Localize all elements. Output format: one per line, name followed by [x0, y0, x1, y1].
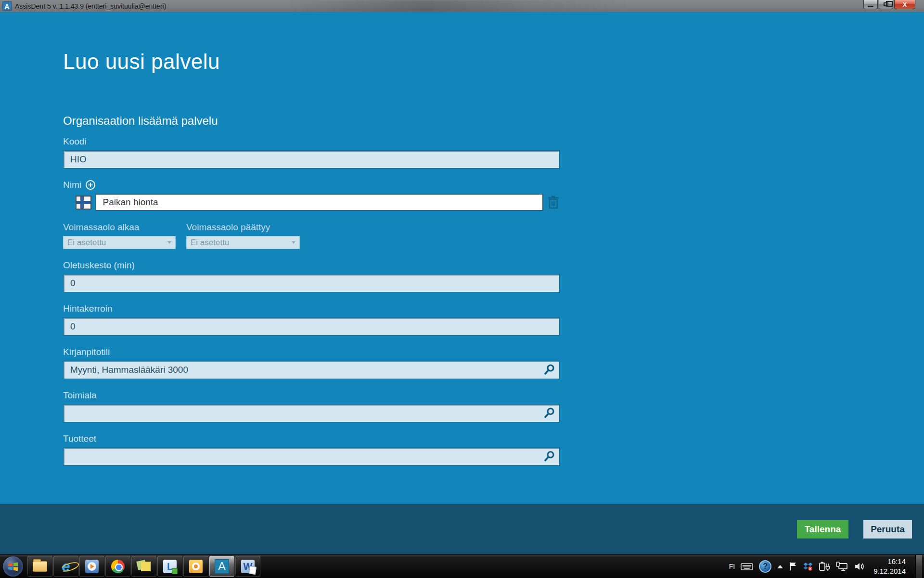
- add-name-icon[interactable]: [85, 180, 96, 190]
- field-hintakerroin: Hintakerroin: [63, 303, 560, 336]
- hintakerroin-label: Hintakerroin: [63, 303, 560, 314]
- oletuskesto-label: Oletuskesto (min): [63, 260, 560, 271]
- field-tuotteet: Tuotteet: [63, 434, 560, 466]
- assisdent-icon: A: [215, 559, 229, 574]
- field-toimiala: Toimiala: [63, 390, 560, 422]
- show-desktop-button[interactable]: [915, 555, 922, 578]
- minimize-button[interactable]: [863, 0, 878, 9]
- system-tray: FI ?: [729, 555, 924, 578]
- volume-icon[interactable]: [854, 562, 865, 571]
- field-voimassaolo-paattyy: Voimassaolo päättyy Ei asetettu: [186, 222, 300, 249]
- hintakerroin-input[interactable]: [63, 317, 560, 336]
- koodi-input[interactable]: [63, 150, 560, 169]
- taskbar-assisdent[interactable]: A: [209, 556, 234, 577]
- window-title: AssisDent 5 v. 1.1.43.9 (entteri_suvituu…: [15, 2, 166, 10]
- window-titlebar: A AssisDent 5 v. 1.1.43.9 (entteri_suvit…: [0, 0, 924, 12]
- nimi-label: Nimi: [63, 180, 560, 190]
- tuotteet-input[interactable]: [63, 447, 560, 466]
- start-menu-button[interactable]: [3, 556, 23, 577]
- voimassaolo-paattyy-value: Ei asetettu: [191, 238, 229, 248]
- explorer-folder-icon: [33, 561, 47, 572]
- chrome-icon: [111, 560, 125, 573]
- search-icon[interactable]: [543, 364, 555, 376]
- field-kirjanpitotili: Kirjanpitotili: [63, 347, 560, 379]
- voimassaolo-paattyy-label: Voimassaolo päättyy: [186, 222, 300, 233]
- search-icon[interactable]: [543, 450, 555, 463]
- dropbox-icon[interactable]: [803, 562, 813, 571]
- search-icon[interactable]: [543, 407, 555, 420]
- taskbar-word[interactable]: W: [235, 556, 260, 577]
- show-hidden-icons-arrow[interactable]: [777, 565, 783, 568]
- taskbar-outlook[interactable]: [183, 556, 208, 577]
- field-voimassaolo-alkaa: Voimassaolo alkaa Ei asetettu: [63, 222, 176, 249]
- restore-icon: [884, 2, 888, 6]
- taskbar: e L A W FI ?: [0, 554, 924, 578]
- tray-time: 16:14: [873, 557, 906, 566]
- tray-clock[interactable]: 16:14 9.12.2014: [873, 557, 906, 577]
- kirjanpitotili-label: Kirjanpitotili: [63, 347, 560, 357]
- media-player-icon: [85, 560, 99, 573]
- tray-date: 9.12.2014: [873, 566, 906, 576]
- taskbar-chrome[interactable]: [105, 556, 130, 577]
- word-icon: W: [241, 560, 255, 573]
- voimassaolo-paattyy-select[interactable]: Ei asetettu: [186, 236, 300, 249]
- help-icon[interactable]: ?: [759, 560, 771, 573]
- power-battery-icon[interactable]: [819, 562, 830, 571]
- save-button[interactable]: Tallenna: [797, 520, 848, 539]
- sticky-notes-icon: [137, 560, 151, 573]
- taskbar-windows-media-player[interactable]: [79, 556, 104, 577]
- main-canvas: Luo uusi palvelu Organisaation lisäämä p…: [0, 12, 924, 504]
- restore-button[interactable]: [879, 0, 893, 9]
- delete-name-icon[interactable]: [547, 195, 560, 210]
- windows-logo-icon: [7, 561, 19, 572]
- internet-explorer-icon: e: [62, 558, 70, 575]
- page-title: Luo uusi palvelu: [63, 50, 220, 74]
- field-nimi: Nimi: [63, 180, 560, 211]
- voimassaolo-alkaa-select[interactable]: Ei asetettu: [63, 236, 176, 249]
- toimiala-input[interactable]: [63, 404, 560, 422]
- close-icon: X: [903, 1, 907, 8]
- footer-bar: Tallenna Peruuta: [0, 504, 924, 554]
- outlook-icon: [189, 560, 203, 573]
- close-button[interactable]: X: [894, 0, 915, 9]
- nimi-label-text: Nimi: [63, 180, 81, 190]
- kirjanpitotili-input[interactable]: [63, 361, 560, 379]
- oletuskesto-input[interactable]: [63, 274, 560, 292]
- taskbar-windows-explorer[interactable]: [27, 556, 52, 577]
- app-icon: A: [2, 1, 12, 11]
- chevron-down-icon: [292, 241, 295, 244]
- chevron-down-icon: [167, 241, 171, 244]
- section-title: Organisaation lisäämä palvelu: [63, 114, 218, 128]
- lync-icon: L: [163, 560, 177, 573]
- field-oletuskesto: Oletuskesto (min): [63, 260, 560, 292]
- taskbar-internet-explorer[interactable]: e: [53, 556, 78, 577]
- voimassaolo-alkaa-label: Voimassaolo alkaa: [63, 222, 176, 233]
- taskbar-lync[interactable]: L: [157, 556, 182, 577]
- voimassaolo-alkaa-value: Ei asetettu: [67, 238, 106, 248]
- minimize-icon: [868, 6, 873, 7]
- cancel-button[interactable]: Peruuta: [863, 520, 912, 539]
- tuotteet-label: Tuotteet: [63, 434, 560, 444]
- nimi-input[interactable]: [95, 194, 544, 211]
- keyboard-icon[interactable]: [741, 562, 753, 571]
- finland-flag-icon: [76, 196, 91, 210]
- field-koodi: Koodi: [63, 136, 560, 169]
- taskbar-sticky-notes[interactable]: [131, 556, 156, 577]
- service-form: Koodi Nimi: [63, 136, 560, 477]
- language-indicator[interactable]: FI: [729, 563, 735, 570]
- network-icon[interactable]: [836, 562, 848, 571]
- koodi-label: Koodi: [63, 136, 560, 147]
- action-center-flag-icon[interactable]: [789, 562, 797, 571]
- toimiala-label: Toimiala: [63, 390, 560, 401]
